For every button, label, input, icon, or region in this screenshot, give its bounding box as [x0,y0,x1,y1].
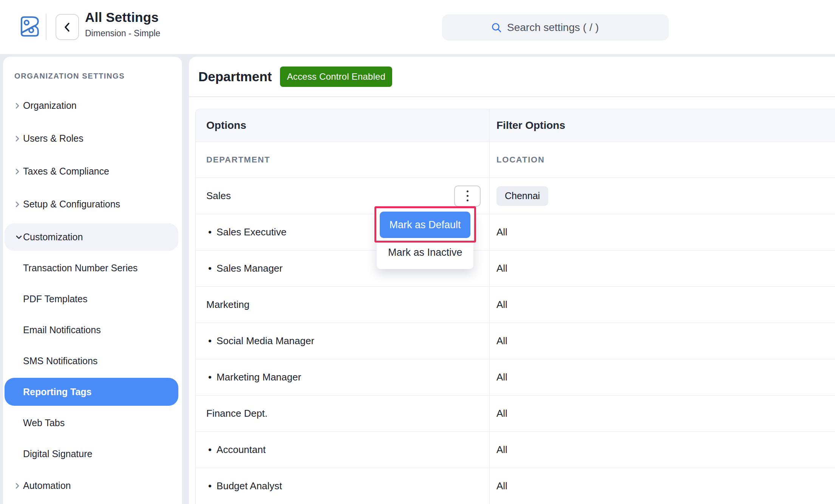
department-name: Finance Dept. [206,408,268,419]
sidebar-item-label: Setup & Configurations [23,199,120,210]
settings-search[interactable] [442,14,669,40]
sidebar-item-pdf-templates[interactable]: PDF Templates [3,283,182,314]
filter-value: All [496,444,507,456]
chevron-down-icon [15,233,23,241]
page-subtitle: Dimension - Simple [85,28,160,39]
chevron-right-icon [14,201,21,208]
table-row: •Social Media Manager All [196,323,835,359]
bullet-icon: • [208,480,212,492]
row-menu-button[interactable] [454,186,481,207]
dimension-title: Department [198,69,272,84]
department-name: Accountant [216,444,266,456]
app-header: All Settings Dimension - Simple [0,0,835,54]
filter-value: All [496,371,507,383]
sidebar-item-label: PDF Templates [23,294,87,305]
sidebar-item-label: Customization [23,232,83,243]
table-row: •Sales Manager All [196,250,835,287]
sidebar-item-email-notifications[interactable]: Email Notifications [3,314,182,345]
chevron-right-icon [14,168,21,175]
kebab-dot [467,195,469,197]
subheader-location: LOCATION [490,142,835,178]
title-block: All Settings Dimension - Simple [85,10,160,39]
department-name: Marketing Manager [216,371,301,383]
sidebar-item-label: Organization [23,100,77,111]
sidebar-item-label: Users & Roles [23,133,84,144]
department-table: Options Filter Options DEPARTMENT LOCATI… [195,109,835,504]
table-header-row: Options Filter Options [196,109,835,142]
sidebar-item-automation[interactable]: Automation [3,469,182,502]
department-name: Sales Executive [216,226,286,238]
bullet-icon: • [208,335,212,347]
sidebar-item-sms-notifications[interactable]: SMS Notifications [3,345,182,376]
table-row: •Budget Analyst All [196,468,835,504]
sidebar-item-label: Email Notifications [23,325,101,335]
sidebar-section-title: ORGANIZATION SETTINGS [14,72,125,80]
table-row: Marketing All [196,287,835,323]
chevron-right-icon [14,102,21,110]
sidebar-item-users-roles[interactable]: Users & Roles [3,122,182,155]
column-header-options: Options [196,109,490,142]
main-panel: Department Access Control Enabled Option… [189,57,835,504]
bullet-icon: • [208,371,212,383]
kebab-dot [467,199,469,201]
chevron-right-icon [14,482,21,490]
department-name: Budget Analyst [216,480,282,492]
filter-value: All [496,480,507,492]
row-context-menu: Mark as Default Mark as Inactive [377,209,473,269]
settings-sidebar: ORGANIZATION SETTINGS Organization Users… [3,57,182,504]
table-row: •Sales Executive All [196,214,835,250]
chevron-left-icon [63,21,71,33]
table-row: •Marketing Manager All [196,359,835,396]
sidebar-item-label: Digital Signature [23,448,92,459]
bullet-icon: • [208,444,212,456]
sidebar-item-label: Automation [23,480,71,491]
page-title: All Settings [85,10,160,25]
sidebar-item-label: Reporting Tags [23,387,91,397]
sidebar-item-setup-configurations[interactable]: Setup & Configurations [3,188,182,221]
sidebar-item-taxes-compliance[interactable]: Taxes & Compliance [3,155,182,188]
sidebar-item-organization[interactable]: Organization [3,89,182,122]
sidebar-item-label: SMS Notifications [23,356,97,366]
sidebar-item-transaction-number-series[interactable]: Transaction Number Series [3,252,182,283]
department-name: Marketing [206,299,249,311]
search-icon [490,22,503,34]
sidebar-item-label: Transaction Number Series [23,263,138,274]
kebab-dot [467,190,469,192]
search-input[interactable] [507,22,620,34]
header-divider [46,14,46,40]
sidebar-item-label: Web Tabs [23,417,65,428]
filter-value: All [496,335,507,347]
chevron-right-icon [14,135,21,142]
access-control-badge: Access Control Enabled [280,66,392,87]
sidebar-item-customization[interactable]: Customization [5,223,178,251]
department-name: Social Media Manager [216,335,314,347]
filter-value: All [496,263,507,274]
bullet-icon: • [208,263,212,274]
main-title-row: Department Access Control Enabled [189,57,835,97]
menu-item-mark-as-default[interactable]: Mark as Default [380,212,470,238]
department-name: Sales [206,190,231,202]
table-row: Finance Dept. All [196,396,835,432]
table-row: Sales Chennai [196,178,835,214]
filter-value: All [496,299,507,311]
department-name: Sales Manager [216,263,283,274]
subheader-department: DEPARTMENT [196,142,490,178]
column-header-filter-options: Filter Options [490,109,835,142]
menu-item-mark-as-inactive[interactable]: Mark as Inactive [377,238,473,267]
filter-value: All [496,408,507,419]
zoho-books-logo [15,12,42,41]
table-subheader-row: DEPARTMENT LOCATION [196,142,835,178]
filter-value: All [496,226,507,238]
bullet-icon: • [208,226,212,238]
location-chip: Chennai [496,186,548,206]
back-button[interactable] [56,14,79,40]
sidebar-item-reporting-tags[interactable]: Reporting Tags [5,378,178,406]
sidebar-item-digital-signature[interactable]: Digital Signature [3,438,182,469]
sidebar-item-label: Taxes & Compliance [23,166,109,177]
table-row: •Accountant All [196,432,835,468]
sidebar-item-web-tabs[interactable]: Web Tabs [3,407,182,438]
